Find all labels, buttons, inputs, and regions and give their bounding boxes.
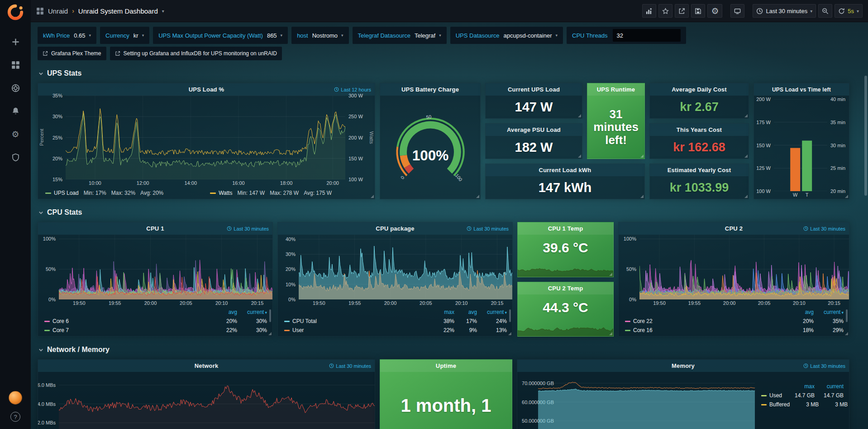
legend-row[interactable]: User 22% 9% 13% xyxy=(284,326,507,335)
panel-header[interactable]: Estimated Yearly Cost xyxy=(650,164,749,176)
legend-col-header[interactable]: avg xyxy=(454,309,477,315)
panel-header[interactable]: Network Last 30 minutes xyxy=(38,360,375,372)
legend-value: 14.7 GB xyxy=(815,392,844,399)
panel-uptime: Uptime 1 month, 1 xyxy=(380,359,512,429)
chart-legend: max current Used 14.7 GB 14.7 GB Buffere… xyxy=(755,372,849,429)
legend-value: 22% xyxy=(209,327,237,333)
legend-value: 22% xyxy=(429,327,454,333)
variable-value: Telegraf xyxy=(415,32,435,39)
legend-series-name: Core 22 xyxy=(633,318,653,324)
chart-plot[interactable] xyxy=(66,96,345,179)
alerting-bell-icon[interactable] xyxy=(10,106,21,116)
panel-header[interactable]: UPS Load % Last 12 hours xyxy=(38,83,375,96)
panel-title: UPS Load % xyxy=(189,86,224,93)
panel-header[interactable]: CPU 2 Last 30 minutes xyxy=(619,222,849,235)
clock-icon xyxy=(329,363,334,368)
legend-col-header[interactable]: current xyxy=(815,383,844,390)
link-ups-monitoring-guide[interactable]: Setting up Grafana and InfluxDB for UPS … xyxy=(110,47,282,60)
add-panel-button[interactable] xyxy=(642,4,656,18)
legend-row[interactable]: Core 6 20% 30% xyxy=(44,317,267,326)
legend-col-header[interactable]: current xyxy=(814,309,844,315)
row-header-ups-stats[interactable]: UPS Stats xyxy=(38,69,861,77)
panel-header[interactable]: Current UPS Load xyxy=(486,83,582,96)
legend-row[interactable]: Used 14.7 GB 14.7 GB xyxy=(761,391,844,400)
axis-tick: 150 W xyxy=(348,156,363,161)
row-header-cpu-stats[interactable]: CPU Stats xyxy=(38,208,861,217)
page-title[interactable]: Unraid System Dashboard xyxy=(78,7,158,15)
help-icon[interactable]: ? xyxy=(10,412,20,422)
time-range-picker[interactable]: Last 30 minutes ▾ xyxy=(753,4,816,18)
panel-header[interactable]: CPU 1 Last 30 minutes xyxy=(38,222,272,235)
panel-header[interactable]: CPU package Last 30 minutes xyxy=(278,222,512,235)
variable-kwh-price[interactable]: kWh Price 0.65 ▾ xyxy=(38,27,96,44)
panel-network: Network Last 30 minutes 6.0 MBs4.0 MBs2.… xyxy=(38,359,375,429)
legend-row[interactable]: Core 22 20% 35% xyxy=(625,317,844,326)
create-plus-icon[interactable] xyxy=(10,36,21,47)
breadcrumb-root[interactable]: Unraid xyxy=(48,7,68,15)
dashboard-grid-icon[interactable] xyxy=(36,7,44,15)
variable-host[interactable]: host Nostromo ▾ xyxy=(291,27,348,44)
chart-plot[interactable] xyxy=(538,372,755,429)
chart-plot[interactable] xyxy=(299,235,512,299)
legend-item-watts[interactable]: Watts Min: 147 W Max: 278 W Avg: 175 W xyxy=(210,190,332,196)
panel-header[interactable]: Uptime xyxy=(380,360,512,372)
star-button[interactable] xyxy=(658,4,672,18)
chart-plot[interactable] xyxy=(639,235,849,299)
panel-header[interactable]: Average Daily Cost xyxy=(650,83,749,96)
server-admin-shield-icon[interactable] xyxy=(10,152,21,163)
panel-header[interactable]: UPS Load vs Time left xyxy=(754,83,849,96)
legend-col-header[interactable]: max xyxy=(786,383,815,390)
save-button[interactable] xyxy=(691,4,705,18)
axis-tick: 200 W xyxy=(756,96,771,102)
legend-col-header[interactable]: current xyxy=(477,309,507,315)
chart-plot[interactable] xyxy=(774,99,827,191)
legend-col-header[interactable]: current xyxy=(237,309,267,315)
axis-tick: 0% xyxy=(288,297,296,302)
panel-header[interactable]: This Years Cost xyxy=(650,124,749,136)
axis-tick: 15% xyxy=(52,177,62,182)
variable-ups-datasource[interactable]: UPS Datasource apcupsd-container ▾ xyxy=(450,27,563,44)
panel-header[interactable]: Average PSU Load xyxy=(486,124,582,136)
cycle-view-button[interactable] xyxy=(730,4,744,18)
variable-ups-max-output[interactable]: UPS Max Output Power Capacity (Watt) 865… xyxy=(153,27,288,44)
legend-col-header[interactable]: max xyxy=(429,309,454,315)
panel-header[interactable]: CPU 2 Temp xyxy=(518,282,613,294)
legend-value: 24% xyxy=(477,318,507,324)
configuration-gear-icon[interactable]: ⚙ xyxy=(10,129,21,140)
legend-col-header[interactable]: avg xyxy=(786,309,814,315)
panel-estimated-yearly-cost: Estimated Yearly Cost kr 1033.99 xyxy=(649,164,749,199)
link-grafana-plex-theme[interactable]: Grafana Plex Theme xyxy=(38,47,106,60)
explore-compass-icon[interactable] xyxy=(10,82,21,93)
legend-item-ups-load[interactable]: UPS Load Min: 17% Max: 32% Avg: 20% xyxy=(45,190,163,196)
page-scrollbar[interactable] xyxy=(864,22,868,429)
grafana-logo-icon xyxy=(7,4,24,21)
cpu2-chart: 100%50%0% 19:5019:5520:0020:0520:1020:15 xyxy=(619,235,849,307)
row-header-network-memory[interactable]: Network / Memory xyxy=(38,346,861,354)
panel-header[interactable]: CPU 1 Temp xyxy=(518,222,613,235)
panel-header[interactable]: Memory Last 30 minutes xyxy=(517,360,849,372)
panel-header[interactable]: Current Load kWh xyxy=(486,164,644,176)
legend-color-dash xyxy=(625,330,630,331)
cpu-threads-input[interactable]: 32 xyxy=(613,29,681,42)
legend-col-header[interactable]: avg xyxy=(209,309,237,315)
user-avatar[interactable] xyxy=(9,391,22,405)
grafana-logo[interactable] xyxy=(7,4,24,21)
legend-row[interactable]: Core 7 22% 30% xyxy=(44,326,267,335)
legend-row[interactable]: Buffered 3 MB 3 MB xyxy=(761,400,844,409)
variable-telegraf-datasource[interactable]: Telegraf Datasource Telegraf ▾ xyxy=(353,27,447,44)
chevron-down-icon[interactable]: ▾ xyxy=(162,9,164,14)
refresh-button[interactable]: 5s ▾ xyxy=(835,4,863,18)
legend-row[interactable]: Core 16 18% 29% xyxy=(625,326,844,335)
chart-plot[interactable] xyxy=(59,235,272,299)
share-button[interactable] xyxy=(675,4,689,18)
legend-row[interactable]: CPU Total 38% 17% 24% xyxy=(284,317,507,326)
variable-currency[interactable]: Currency kr ▾ xyxy=(100,27,149,44)
scrollbar-thumb[interactable] xyxy=(864,76,867,196)
zoom-out-button[interactable] xyxy=(818,4,832,18)
axis-tick: 20:00 xyxy=(384,300,397,306)
panel-header[interactable]: UPS Runtime xyxy=(587,83,644,96)
dashboards-icon[interactable] xyxy=(10,59,21,70)
panel-header[interactable]: UPS Battery Charge xyxy=(380,83,480,96)
dashboard-settings-button[interactable]: ⚙ xyxy=(707,4,722,18)
chart-plot[interactable] xyxy=(59,372,375,429)
